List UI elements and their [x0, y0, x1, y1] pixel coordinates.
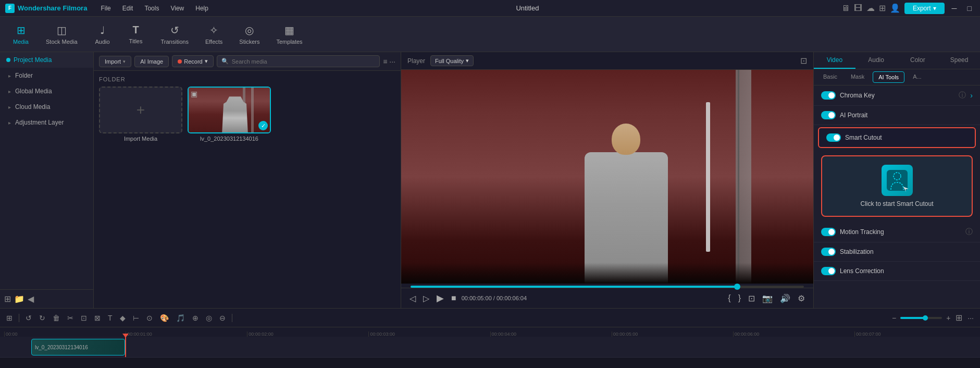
clip-to-timeline-btn[interactable]: ⊡ — [746, 292, 757, 304]
tl-speed-btn[interactable]: ⊙ — [144, 313, 155, 323]
chroma-key-toggle[interactable] — [821, 91, 836, 100]
menu-view[interactable]: View — [165, 3, 189, 14]
tl-undo-btn[interactable]: ↺ — [23, 313, 34, 323]
maximize-button[interactable]: □ — [964, 4, 975, 13]
video-media-item[interactable]: ▣ ✓ lv_0_20230312134016 — [188, 87, 271, 142]
nav-cloud-media[interactable]: ▸ Cloud Media — [0, 99, 93, 115]
tab-video[interactable]: Video — [814, 52, 855, 69]
progress-bar[interactable] — [411, 286, 804, 288]
tl-split-btn[interactable]: ⊢ — [131, 313, 141, 323]
menu-help[interactable]: Help — [190, 3, 214, 14]
step-back-btn[interactable]: ◁ — [407, 292, 418, 304]
collapse-btn[interactable]: ◀ — [28, 294, 34, 304]
nav-global-media[interactable]: ▸ Global Media — [0, 83, 93, 99]
adjustment-arrow: ▸ — [8, 120, 11, 126]
record-button[interactable]: Record ▾ — [172, 55, 213, 67]
ruler-mark-7: 00:00:07:00 — [854, 332, 976, 337]
menu-tools[interactable]: Tools — [139, 3, 164, 14]
open-folder-btn[interactable]: 📁 — [14, 294, 24, 304]
tl-more-btn[interactable]: ··· — [965, 313, 976, 323]
motion-tracking-info-icon[interactable]: ⓘ — [965, 227, 973, 237]
new-folder-btn[interactable]: ⊞ — [4, 294, 11, 304]
import-media-item[interactable]: + Import Media — [99, 87, 182, 142]
search-box[interactable]: 🔍 — [217, 55, 380, 67]
tool-transitions[interactable]: ↺ Transitions — [154, 21, 196, 48]
nav-adjustment-layer[interactable]: ▸ Adjustment Layer — [0, 115, 93, 130]
zoom-slider[interactable] — [900, 317, 942, 319]
export-button[interactable]: Export ▾ — [904, 3, 945, 14]
tool-stickers[interactable]: ◎ Stickers — [232, 21, 267, 48]
tool-audio[interactable]: ♩ Audio — [87, 21, 118, 48]
mark-out-btn[interactable]: } — [736, 292, 743, 304]
tab-audio[interactable]: Audio — [855, 52, 897, 69]
tl-merge-btn[interactable]: ⊕ — [190, 313, 201, 323]
tool-effects[interactable]: ✧ Effects — [198, 21, 230, 48]
zoom-in-btn[interactable]: + — [944, 313, 952, 323]
settings-btn[interactable]: ⚙ — [796, 292, 807, 304]
tl-magnet-btn[interactable]: ⊖ — [217, 313, 228, 323]
stabilization-toggle[interactable] — [821, 248, 836, 256]
motion-tracking-label: Motion Tracking — [840, 228, 961, 236]
timeline-playhead[interactable] — [125, 337, 126, 357]
minimize-button[interactable]: ─ — [949, 4, 960, 13]
video-thumbnail[interactable]: ▣ ✓ — [188, 87, 271, 133]
import-placeholder[interactable]: + — [99, 87, 182, 133]
tool-media[interactable]: ⊞ Media — [5, 21, 36, 48]
tl-copy-btn[interactable]: ⊡ — [79, 313, 89, 323]
tl-delete-btn[interactable]: 🗑 — [51, 313, 62, 323]
tool-templates[interactable]: ▦ Templates — [269, 21, 309, 48]
cloud-icon[interactable]: ☁ — [866, 3, 875, 13]
screen-icon[interactable]: 🖥 — [841, 4, 850, 13]
play-back-btn[interactable]: ▷ — [421, 292, 431, 304]
lens-correction-toggle[interactable] — [821, 267, 836, 275]
tl-keyframe-btn[interactable]: ◆ — [118, 313, 128, 323]
stop-btn[interactable]: ■ — [449, 292, 458, 304]
tl-snap-btn[interactable]: ◎ — [204, 313, 214, 323]
filter-icon[interactable]: ≡ — [383, 57, 387, 66]
tl-cut-btn[interactable]: ✂ — [65, 313, 76, 323]
volume-btn[interactable]: 🔊 — [778, 292, 792, 304]
ai-tool-motion-tracking: Motion Tracking ⓘ — [814, 222, 980, 242]
import-chevron: ▾ — [123, 59, 126, 64]
tl-add-track-btn[interactable]: ⊞ — [4, 313, 15, 323]
snapshot-btn[interactable]: 📷 — [760, 292, 775, 304]
film-icon[interactable]: 🎞 — [854, 4, 862, 13]
subtab-ai-tools[interactable]: AI Tools — [873, 71, 904, 83]
subtab-mask[interactable]: Mask — [846, 71, 870, 83]
tab-color[interactable]: Color — [897, 52, 939, 69]
quality-select[interactable]: Full Quality ▾ — [430, 55, 474, 66]
motion-tracking-toggle[interactable] — [821, 228, 836, 236]
chroma-key-expand-icon[interactable]: › — [970, 91, 973, 100]
tl-transform-btn[interactable]: T — [106, 313, 115, 323]
tl-redo-btn[interactable]: ↻ — [37, 313, 47, 323]
ai-image-button[interactable]: AI Image — [134, 56, 169, 67]
person-icon[interactable]: 👤 — [890, 3, 900, 13]
fullscreen-icon[interactable]: ⊡ — [800, 56, 807, 66]
smart-cutout-start-button[interactable]: Click to start Smart Cutout — [821, 155, 973, 217]
nav-folder[interactable]: ▸ Folder — [0, 68, 93, 83]
subtab-basic[interactable]: Basic — [818, 71, 842, 83]
mark-in-btn[interactable]: { — [726, 292, 733, 304]
grid-icon[interactable]: ⊞ — [879, 3, 886, 13]
chroma-key-info-icon[interactable]: ⓘ — [959, 91, 966, 100]
play-btn[interactable]: ▶ — [435, 291, 446, 305]
search-input[interactable] — [232, 58, 375, 65]
tool-stock-media[interactable]: ◫ Stock Media — [39, 21, 85, 48]
menu-file[interactable]: File — [95, 3, 116, 14]
smart-cutout-toggle[interactable] — [826, 133, 841, 142]
tl-crop-btn[interactable]: ⊠ — [92, 313, 103, 323]
more-options-icon[interactable]: ··· — [389, 57, 395, 66]
ai-portrait-toggle[interactable] — [821, 111, 836, 119]
import-button[interactable]: Import ▾ — [99, 56, 131, 67]
timeline-clip[interactable]: lv_0_20230312134016 — [31, 339, 125, 355]
timeline-ruler[interactable]: 00:00 00:00:01:00 00:00:02:00 00:00:03:0… — [0, 327, 980, 368]
tl-color-btn[interactable]: 🎨 — [158, 313, 171, 323]
tool-titles[interactable]: T Titles — [120, 21, 152, 47]
tl-grid-view-btn[interactable]: ⊞ — [956, 313, 962, 323]
tab-speed[interactable]: Speed — [938, 52, 980, 69]
tl-audio-btn[interactable]: 🎵 — [174, 313, 187, 323]
zoom-out-btn[interactable]: − — [890, 313, 898, 323]
subtab-more[interactable]: A... — [908, 71, 927, 83]
titles-icon: T — [132, 24, 139, 36]
menu-edit[interactable]: Edit — [117, 3, 139, 14]
